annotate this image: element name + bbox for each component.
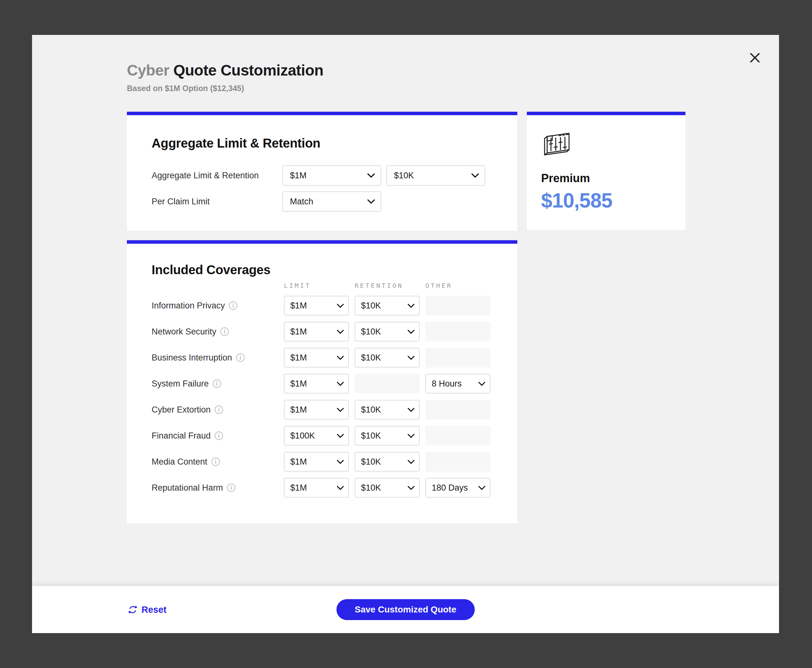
coverage-label: Cyber Extortion	[152, 405, 211, 415]
reset-button[interactable]: Reset	[128, 605, 167, 615]
coverage-label: Reputational Harm	[152, 483, 223, 493]
select-value: 180 Days	[432, 483, 468, 493]
retention-select[interactable]: $10K	[355, 322, 420, 341]
coverage-label-wrap: Financial Fraud	[152, 431, 284, 441]
retention-select[interactable]: $10K	[355, 296, 420, 316]
chevron-down-icon	[367, 173, 375, 178]
limit-select[interactable]: $1M	[284, 348, 349, 367]
select-value: 8 Hours	[432, 379, 462, 389]
coverage-label-wrap: Media Content	[152, 457, 284, 467]
limit-select[interactable]: $1M	[284, 478, 349, 498]
retention-select[interactable]: $10K	[355, 348, 420, 367]
limit-select[interactable]: $1M	[284, 400, 349, 419]
chevron-down-icon	[479, 382, 485, 386]
info-icon[interactable]	[214, 405, 223, 414]
chevron-down-icon	[337, 486, 344, 490]
select-value: $10K	[361, 327, 381, 337]
info-icon[interactable]	[212, 379, 222, 388]
close-icon[interactable]	[747, 50, 762, 65]
coverage-label-wrap: Network Security	[152, 327, 284, 337]
coverage-row: Information Privacy $1M$10K	[152, 296, 517, 316]
per-claim-limit-select[interactable]: Match	[282, 191, 381, 212]
select-value: $10K	[361, 353, 381, 363]
coverage-row: Financial Fraud $100K$10K	[152, 426, 517, 446]
limit-select[interactable]: $1M	[284, 322, 349, 341]
select-value: $10K	[361, 483, 381, 493]
page-title-muted: Cyber	[127, 62, 169, 79]
chevron-down-icon	[337, 304, 344, 308]
retention-select[interactable]: $10K	[355, 452, 420, 472]
coverage-row: Network Security $1M$10K	[152, 322, 517, 341]
save-customized-quote-button[interactable]: Save Customized Quote	[336, 599, 475, 620]
select-value: $1M	[290, 353, 307, 363]
other-placeholder	[425, 296, 490, 316]
aggregate-card-heading: Aggregate Limit & Retention	[152, 135, 498, 151]
select-value: $10K	[361, 431, 381, 441]
select-value: $10K	[361, 405, 381, 415]
premium-card: Premium $10,585	[527, 112, 685, 230]
per-claim-limit-label: Per Claim Limit	[152, 197, 282, 207]
limit-select[interactable]: $1M	[284, 452, 349, 472]
limit-select[interactable]: $100K	[284, 426, 349, 446]
coverage-label: Business Interruption	[152, 353, 232, 363]
column-header-other: OTHER	[425, 282, 496, 289]
other-placeholder	[425, 400, 490, 419]
chevron-down-icon	[408, 486, 415, 490]
info-icon[interactable]	[236, 353, 245, 362]
aggregate-limit-row: Aggregate Limit & Retention $1M $10K	[152, 165, 498, 185]
select-value: $1M	[290, 301, 307, 311]
aggregate-retention-select[interactable]: $10K	[386, 165, 485, 185]
quote-customization-modal: Cyber Quote Customization Based on $1M O…	[32, 35, 779, 633]
select-value: $100K	[290, 431, 315, 441]
page-title-main: Quote Customization	[173, 62, 323, 79]
aggregate-limit-card: Aggregate Limit & Retention Aggregate Li…	[127, 112, 517, 231]
other-placeholder	[425, 426, 490, 446]
included-coverages-card: Included Coverages LIMIT RETENTION OTHER…	[127, 240, 517, 523]
coverage-row: Business Interruption $1M$10K	[152, 348, 517, 367]
info-icon[interactable]	[229, 301, 238, 310]
refresh-icon	[128, 605, 138, 615]
select-value: $10K	[361, 301, 381, 311]
info-icon[interactable]	[214, 431, 223, 440]
coverage-label: Financial Fraud	[152, 431, 211, 441]
limit-select[interactable]: $1M	[284, 374, 349, 394]
other-select[interactable]: 8 Hours	[425, 374, 490, 394]
chevron-down-icon	[337, 460, 344, 464]
retention-select[interactable]: $10K	[355, 426, 420, 446]
info-icon[interactable]	[227, 483, 236, 492]
chevron-down-icon	[408, 434, 415, 438]
coverage-label-wrap: Information Privacy	[152, 301, 284, 311]
page-title: Cyber Quote Customization	[127, 62, 323, 79]
column-header-limit: LIMIT	[284, 282, 355, 289]
chevron-down-icon	[471, 173, 479, 178]
retention-select[interactable]: $10K	[355, 400, 420, 419]
other-placeholder	[425, 452, 490, 472]
aggregate-limit-select[interactable]: $1M	[282, 165, 381, 185]
retention-placeholder	[355, 374, 420, 394]
coverage-label-wrap: Reputational Harm	[152, 483, 284, 493]
aggregate-limit-label: Aggregate Limit & Retention	[152, 171, 282, 180]
info-icon[interactable]	[211, 457, 220, 466]
other-placeholder	[425, 322, 490, 341]
chevron-down-icon	[479, 486, 485, 490]
chevron-down-icon	[408, 304, 415, 308]
retention-select[interactable]: $10K	[355, 478, 420, 498]
chevron-down-icon	[337, 434, 344, 438]
select-value: $1M	[290, 171, 307, 180]
chevron-down-icon	[408, 330, 415, 334]
select-value: $1M	[290, 405, 307, 415]
limit-select[interactable]: $1M	[284, 296, 349, 316]
select-value: $10K	[361, 457, 381, 467]
sliders-panel-icon	[541, 131, 571, 157]
info-icon[interactable]	[220, 327, 229, 336]
other-select[interactable]: 180 Days	[425, 478, 490, 498]
coverage-label: Information Privacy	[152, 301, 225, 311]
coverage-label-wrap: System Failure	[152, 379, 284, 389]
coverage-rows: Information Privacy $1M$10K Network Secu…	[152, 296, 517, 498]
chevron-down-icon	[367, 199, 375, 204]
coverages-card-heading: Included Coverages	[152, 262, 517, 277]
coverage-label: System Failure	[152, 379, 209, 389]
premium-amount: $10,585	[541, 189, 673, 212]
modal-footer: Reset Save Customized Quote	[32, 586, 779, 633]
coverage-row: Media Content $1M$10K	[152, 452, 517, 472]
